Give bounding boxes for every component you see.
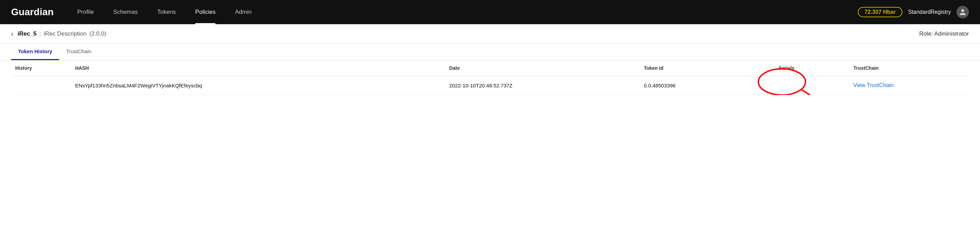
nav-policies[interactable]: Policies (186, 0, 226, 24)
navbar-right: 72.307 Hbar StandardRegistry (858, 6, 969, 18)
col-trustchain-header: TrustChain (849, 60, 969, 76)
nav-links: Profile Schemas Tokens Policies Admin (67, 0, 858, 24)
hbar-balance: 72.307 Hbar (858, 7, 903, 17)
col-serials-header: Serials (774, 60, 849, 76)
col-hash-header: HASH (71, 60, 445, 76)
tab-trustchain[interactable]: TrustChain (59, 44, 99, 60)
role-label: Role: Administrator (919, 30, 969, 37)
nav-profile[interactable]: Profile (67, 0, 103, 24)
nav-schemas[interactable]: Schemas (103, 0, 148, 24)
username-label: StandardRegistry (908, 9, 951, 15)
breadcrumb-separator: : (40, 30, 41, 37)
tab-token-history[interactable]: Token History (11, 44, 59, 60)
navbar: Guardian Profile Schemas Tokens Policies… (0, 0, 980, 24)
cell-trustchain[interactable]: View TrustChain (849, 76, 969, 95)
table-container: History HASH Date Token Id Serials Trust… (0, 60, 980, 95)
cell-history (11, 76, 71, 95)
table-row: ENxYpf133hn5ZnbsaLM4F2WegiVTYjnakKQfEfey… (11, 76, 969, 95)
cell-tokenid: 0.0.48503396 (640, 76, 774, 95)
col-date-header: Date (445, 60, 640, 76)
token-history-table: History HASH Date Token Id Serials Trust… (11, 60, 969, 95)
table-header-row: History HASH Date Token Id Serials Trust… (11, 60, 969, 76)
back-button[interactable]: ‹ (11, 30, 13, 38)
cell-serials (774, 76, 849, 95)
brand-logo: Guardian (11, 6, 54, 17)
policy-title: iRec_5 (18, 30, 37, 37)
breadcrumb: ‹ iRec_5 : iRec Description (2.0.0) Role… (0, 24, 980, 44)
nav-tokens[interactable]: Tokens (148, 0, 186, 24)
view-trustchain-link[interactable]: View TrustChain (853, 82, 893, 88)
cell-hash: ENxYpf133hn5ZnbsaLM4F2WegiVTYjnakKQfEfey… (71, 76, 445, 95)
policy-description: iRec Description (44, 30, 87, 37)
col-history-header: History (11, 60, 71, 76)
avatar[interactable] (956, 6, 969, 18)
policy-version: (2.0.0) (89, 30, 106, 37)
cell-date: 2022-10-10T20:48:52.737Z (445, 76, 640, 95)
nav-admin[interactable]: Admin (225, 0, 261, 24)
col-tokenid-header: Token Id (640, 60, 774, 76)
tabs-bar: Token History TrustChain (0, 44, 980, 60)
